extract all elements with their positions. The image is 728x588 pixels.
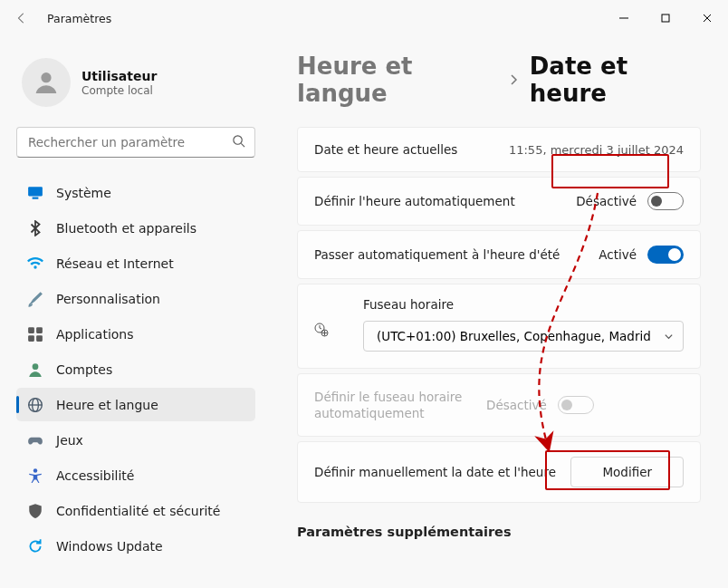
card-dst: Passer automatiquement à l'heure d'été A… — [297, 230, 701, 279]
user-name: Utilisateur — [81, 69, 157, 83]
minimize-button[interactable] — [603, 0, 645, 36]
card-label: Définir manuellement la date et l'heure — [314, 465, 570, 479]
svg-line-6 — [241, 143, 244, 147]
sidebar-item-bluetooth-et-appareils[interactable]: Bluetooth et appareils — [16, 211, 255, 245]
card-label: Passer automatiquement à l'heure d'été — [314, 247, 599, 262]
svg-point-17 — [34, 468, 38, 473]
titlebar: Paramètres — [0, 0, 728, 36]
timezone-label: Fuseau horaire — [363, 297, 684, 312]
sidebar-item-label: Comptes — [56, 362, 112, 377]
window-title: Paramètres — [47, 12, 111, 25]
sidebar-item-syst-me[interactable]: Système — [16, 176, 255, 209]
breadcrumb-current: Date et heure — [530, 53, 701, 107]
svg-point-5 — [234, 135, 242, 143]
sidebar-item-label: Jeux — [56, 433, 83, 448]
toggle-state-label: Activé — [599, 247, 637, 262]
card-label: Définir le fuseau horaire automatiquemen… — [314, 389, 486, 421]
wifi-icon — [27, 255, 43, 272]
svg-rect-10 — [36, 327, 43, 333]
sidebar-item-heure-et-langue[interactable]: Heure et langue — [16, 388, 255, 421]
sidebar-item-label: Réseau et Internet — [56, 256, 174, 271]
breadcrumb: Heure et langue Date et heure — [297, 53, 701, 107]
arrow-left-icon — [15, 12, 28, 24]
breadcrumb-parent[interactable]: Heure et langue — [297, 53, 497, 107]
current-datetime-value: 11:55, mercredi 3 juillet 2024 — [509, 143, 684, 157]
search-icon — [232, 134, 245, 151]
person-icon — [32, 68, 61, 97]
svg-point-13 — [33, 363, 39, 370]
sidebar-item-windows-update[interactable]: Windows Update — [16, 529, 255, 563]
close-icon — [703, 14, 712, 23]
timezone-select[interactable]: (UTC+01:00) Bruxelles, Copenhague, Madri… — [363, 321, 684, 352]
sidebar-item-r-seau-et-internet[interactable]: Réseau et Internet — [16, 246, 255, 280]
sidebar-item-label: Applications — [56, 327, 134, 342]
auto-time-toggle[interactable] — [647, 192, 684, 210]
person-icon — [27, 361, 43, 378]
search-input[interactable] — [28, 135, 232, 149]
accessibility-icon — [27, 468, 43, 484]
brush-icon — [27, 291, 43, 307]
maximize-button[interactable] — [645, 0, 686, 36]
monitor-icon — [27, 185, 43, 201]
apps-icon — [27, 326, 43, 342]
chevron-right-icon — [508, 72, 519, 89]
card-auto-timezone: Définir le fuseau horaire automatiquemen… — [297, 373, 701, 437]
toggle-state-label: Désactivé — [576, 194, 637, 208]
gamepad-icon — [27, 432, 43, 448]
bluetooth-icon — [27, 220, 43, 236]
svg-rect-12 — [36, 335, 43, 342]
svg-point-4 — [41, 72, 51, 82]
sidebar-item-label: Personnalisation — [56, 292, 160, 306]
main-panel: Heure et langue Date et heure Date et he… — [272, 36, 728, 588]
svg-rect-7 — [28, 187, 43, 196]
sidebar-item-label: Système — [56, 186, 111, 200]
sidebar-item-comptes[interactable]: Comptes — [16, 352, 255, 386]
shield-icon — [27, 503, 43, 519]
dst-toggle[interactable] — [647, 246, 684, 264]
toggle-state-label: Désactivé — [486, 398, 547, 412]
card-auto-time: Définir l'heure automatiquement Désactiv… — [297, 177, 701, 226]
sidebar-item-jeux[interactable]: Jeux — [16, 423, 255, 457]
search-box[interactable] — [16, 127, 255, 158]
svg-rect-11 — [28, 335, 34, 342]
timezone-value: (UTC+01:00) Bruxelles, Copenhague, Madri… — [377, 329, 664, 343]
sidebar-item-label: Windows Update — [56, 539, 163, 554]
sidebar-item-label: Bluetooth et appareils — [56, 221, 196, 236]
sidebar-item-label: Heure et langue — [56, 398, 158, 412]
sidebar-item-label: Accessibilité — [56, 468, 134, 483]
card-timezone: Fuseau horaire (UTC+01:00) Bruxelles, Co… — [297, 284, 701, 369]
nav-list: SystèmeBluetooth et appareilsRéseau et I… — [16, 176, 255, 563]
back-button[interactable] — [9, 5, 34, 31]
close-button[interactable] — [686, 0, 728, 36]
user-sub: Compte local — [81, 84, 157, 97]
account-block[interactable]: Utilisateur Compte local — [16, 36, 255, 127]
sidebar-item-accessibilit-[interactable]: Accessibilité — [16, 458, 255, 492]
update-icon — [27, 538, 43, 554]
chevron-down-icon — [664, 332, 674, 342]
globe-clock-icon — [27, 397, 43, 413]
svg-rect-1 — [662, 14, 669, 22]
modify-button[interactable]: Modifier — [570, 457, 684, 487]
sidebar: Utilisateur Compte local SystèmeBluetoot… — [0, 36, 272, 588]
card-manual-set: Définir manuellement la date et l'heure … — [297, 441, 701, 503]
card-label: Date et heure actuelles — [314, 142, 509, 157]
section-heading: Paramètres supplémentaires — [297, 525, 701, 539]
avatar — [22, 58, 71, 107]
sidebar-item-applications[interactable]: Applications — [16, 317, 255, 351]
card-current-datetime: Date et heure actuelles 11:55, mercredi … — [297, 127, 701, 172]
sidebar-item-personnalisation[interactable]: Personnalisation — [16, 282, 255, 315]
maximize-icon — [661, 14, 670, 23]
auto-timezone-toggle — [558, 396, 594, 414]
minimize-icon — [619, 14, 628, 23]
svg-rect-8 — [33, 197, 39, 198]
globe-clock-icon — [314, 308, 329, 341]
sidebar-item-label: Confidentialité et sécurité — [56, 504, 220, 518]
card-label: Définir l'heure automatiquement — [314, 194, 576, 208]
window-controls — [603, 0, 728, 36]
svg-rect-9 — [28, 327, 34, 333]
sidebar-item-confidentialit-et-s-curit-[interactable]: Confidentialité et sécurité — [16, 494, 255, 527]
